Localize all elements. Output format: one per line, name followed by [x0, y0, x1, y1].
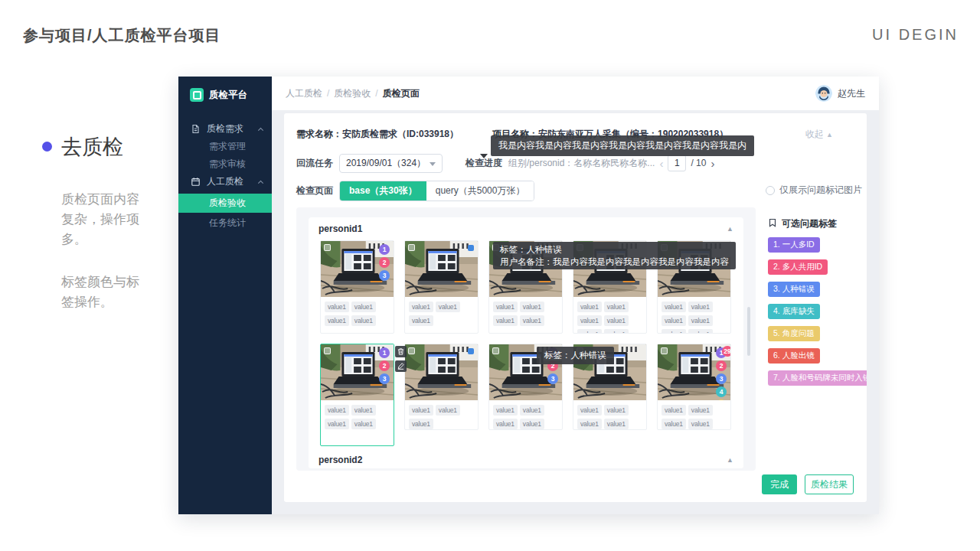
attribute-chip: value1	[520, 419, 544, 429]
breadcrumb: 人工质检/质检验收/质检页面	[286, 87, 420, 100]
image-card[interactable]: 123value1value1value1value1	[320, 344, 394, 446]
attribute-chip: value1	[325, 405, 349, 416]
image-card[interactable]: 123value1value1value1value1	[320, 240, 394, 334]
image-checkbox[interactable]	[492, 347, 499, 354]
issue-badge-2[interactable]: 2	[379, 257, 390, 268]
issue-tag-6[interactable]: 6. 人脸出镜	[768, 348, 820, 364]
sidebar-item-6[interactable]: 任务统计	[178, 214, 272, 232]
photo: 123	[321, 241, 394, 297]
logo-text: 质检平台	[209, 89, 247, 102]
reflow-date-value: 2019/09/01（324）	[346, 157, 426, 170]
attribute-chip: value1	[520, 302, 544, 312]
attribute-chip: value1	[688, 405, 713, 416]
tab-base[interactable]: base（共30张）	[340, 181, 426, 201]
issue-badge-3[interactable]: 3	[379, 270, 390, 281]
photo	[405, 241, 478, 297]
attribute-chips: value1value1value1value1value1	[489, 400, 562, 430]
page-next-button[interactable]: ›	[710, 157, 714, 170]
issue-tag-5[interactable]: 5. 角度问题	[768, 326, 820, 341]
attribute-chips: value1value1value1value1	[573, 400, 646, 430]
tooltip-caret	[480, 154, 488, 162]
page-number-input[interactable]	[668, 155, 686, 171]
image-card[interactable]: value1value1value1	[404, 344, 479, 430]
sidebar-item-4[interactable]: 人工质检	[178, 173, 272, 191]
image-checkbox[interactable]	[324, 244, 331, 251]
issue-tag-3[interactable]: 3. 人种错误	[768, 282, 820, 297]
issue-badge-2[interactable]: 2	[379, 360, 390, 371]
sidebar-item-5[interactable]: 质检验收	[178, 194, 272, 213]
attribute-chips: value1value1value1value1value1value1valu…	[573, 297, 646, 334]
breadcrumb-item[interactable]: 人工质检	[286, 87, 322, 100]
attribute-chip: value1	[662, 405, 686, 416]
image-checkbox[interactable]	[408, 347, 415, 354]
sidebar-item-1[interactable]: 质检需求	[178, 120, 272, 138]
issue-tag-7[interactable]: 7. 人脸和号码牌未同时入镜	[768, 370, 867, 386]
issue-badge-2[interactable]: 2	[716, 360, 727, 371]
person-section-collapsed[interactable]: personid2 ▲	[309, 451, 743, 468]
attribute-chip: value1	[351, 315, 376, 326]
issue-tag-4[interactable]: 4. 底库缺失	[768, 304, 820, 319]
image-checkbox[interactable]	[661, 347, 668, 354]
attribute-chip: value1	[604, 329, 629, 334]
chevron-up-icon: ▲	[826, 131, 833, 139]
radio-label: 仅展示问题标记图片	[779, 184, 862, 197]
user-menu[interactable]: 赵先生	[815, 85, 865, 102]
qc-result-button[interactable]: 质检结果	[805, 474, 854, 494]
issue-badge-3[interactable]: 3	[547, 373, 558, 384]
chevron-up-icon[interactable]: ▲	[727, 225, 733, 233]
page-prev-button[interactable]: ‹	[659, 157, 663, 170]
done-button[interactable]: 完成	[762, 474, 797, 494]
issue-badge-4[interactable]: 4	[716, 386, 727, 397]
image-card[interactable]: 1234529value1value1value1value1	[657, 344, 731, 430]
card-actions	[395, 346, 407, 372]
image-checkbox[interactable]	[408, 244, 415, 251]
progress-text: 组别/personid：名称名称民称名称...	[508, 157, 655, 170]
breadcrumb-item[interactable]: 质检验收	[334, 87, 371, 100]
section-title: personid2	[318, 455, 362, 465]
issue-badges: 123	[379, 244, 390, 281]
sidebar-item-label: 质检验收	[209, 197, 246, 210]
attribute-chips: value1value1value1value1	[321, 400, 394, 434]
issue-badge-3[interactable]: 3	[379, 373, 390, 384]
section-title: personid1	[318, 223, 362, 234]
issue-badge-1[interactable]: 1	[379, 244, 390, 255]
tags-panel-header: 可选问题标签	[768, 217, 864, 230]
issue-tag-1[interactable]: 1. 一人多ID	[768, 237, 820, 253]
image-checkbox[interactable]	[324, 347, 331, 354]
image-card[interactable]: value1value1value1	[404, 240, 479, 334]
attribute-chip: value1	[493, 419, 518, 429]
section-header: personid1 ▲	[309, 217, 743, 240]
collapse-label: 收起	[805, 129, 824, 139]
attribute-chip: value1	[577, 405, 602, 416]
edit-image-button[interactable]	[395, 360, 407, 372]
issue-badge-5[interactable]: 5	[716, 399, 727, 400]
note-paragraph: 标签颜色与标签操作。	[61, 272, 141, 312]
issue-badge-1[interactable]: 1	[379, 347, 390, 358]
attribute-chip: value1	[436, 302, 460, 312]
tooltip-line: 用户名备注：我是内容我是内容我是内容我是内容我是内容	[500, 256, 729, 268]
issue-badge-29[interactable]: 29	[722, 346, 730, 357]
attribute-chip: value1	[604, 405, 629, 416]
issue-tag-2[interactable]: 2. 多人共用ID	[768, 259, 828, 275]
attribute-chips: value1value1value1value1	[489, 297, 562, 331]
tab-query[interactable]: query（共5000万张）	[426, 181, 534, 201]
chevron-up-icon	[258, 127, 263, 132]
delete-image-button[interactable]	[395, 346, 407, 357]
photo: 123	[321, 344, 394, 400]
avatar	[815, 85, 832, 102]
issue-tags-panel: 可选问题标签 1. 一人多ID2. 多人共用ID3. 人种错误4. 底库缺失5.…	[768, 217, 864, 386]
collapse-toggle[interactable]: 收起 ▲	[805, 128, 833, 141]
breadcrumb-separator: /	[327, 88, 329, 99]
tooltip: 标签：人种错误	[537, 347, 614, 364]
sidebar-item-3[interactable]: 需求审核	[178, 155, 272, 173]
attribute-chip: value1	[325, 419, 349, 429]
card-row: 123value1value1value1value1value1value1v…	[309, 344, 743, 455]
attribute-chips: value1value1value1value1	[658, 400, 730, 430]
attribute-chip: value1	[688, 329, 713, 334]
scrollbar-thumb[interactable]	[747, 307, 750, 356]
reflow-date-select[interactable]: 2019/09/01（324）	[339, 154, 443, 173]
issue-badge-3[interactable]: 3	[716, 373, 727, 384]
sidebar-item-2[interactable]: 需求管理	[178, 138, 272, 155]
only-marked-filter[interactable]: 仅展示问题标记图片	[766, 184, 862, 197]
attribute-chip: value1	[493, 315, 518, 326]
